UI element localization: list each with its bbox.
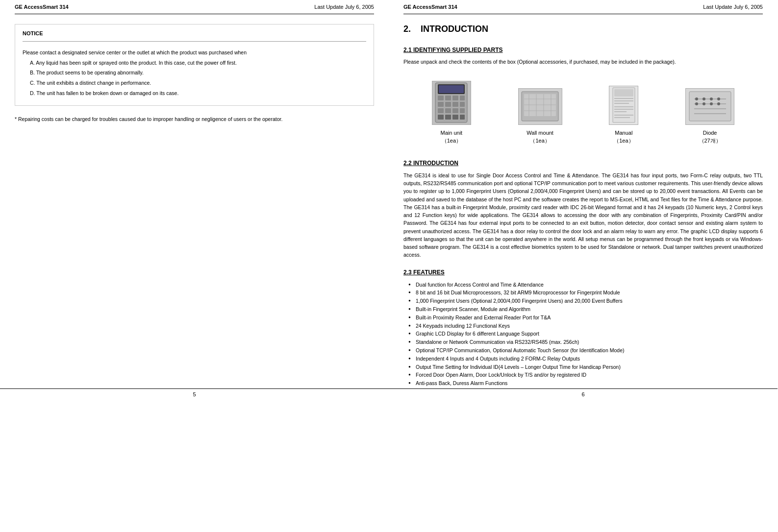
wall-mount-label: Wall mount （1ea） xyxy=(527,129,553,145)
svg-rect-37 xyxy=(614,117,630,118)
svg-rect-32 xyxy=(614,103,629,104)
section-number: 2. xyxy=(403,24,411,34)
feature-8: Optional TCP/IP Communication, Optional … xyxy=(408,346,763,355)
manual-qty: （1ea） xyxy=(614,137,633,145)
svg-rect-8 xyxy=(445,102,451,107)
svg-rect-18 xyxy=(460,115,465,120)
part-main-unit: Main unit （1ea） xyxy=(432,81,471,145)
left-date: Last Update July 6, 2005 xyxy=(314,4,374,10)
svg-rect-38 xyxy=(689,92,731,121)
notice-footer: * Repairing costs can be charged for tro… xyxy=(15,116,374,123)
notice-item-b: B. The product seems to be operating abn… xyxy=(23,69,366,76)
svg-rect-13 xyxy=(452,108,458,113)
left-header: GE AccessSmart 314 Last Update July 6, 2… xyxy=(15,0,374,14)
svg-rect-35 xyxy=(614,111,627,112)
svg-rect-11 xyxy=(438,108,444,113)
svg-rect-6 xyxy=(460,96,465,100)
features-list: Dual function for Access Control and Tim… xyxy=(403,281,763,387)
notice-title: NOTICE xyxy=(23,30,366,36)
svg-rect-15 xyxy=(438,115,444,120)
feature-6: Graphic LCD Display for 6 different Lang… xyxy=(408,330,763,338)
feature-11: Forced Door Open Alarm, Door Lock/Unlock… xyxy=(408,371,763,379)
feature-2: 1,000 Fingerprint Users (Optional 2,000/… xyxy=(408,297,763,305)
svg-point-49 xyxy=(710,102,713,105)
svg-point-44 xyxy=(703,97,705,100)
part-diode: Diode （27개） xyxy=(685,88,734,145)
feature-12: Anti-pass Back, Duress Alarm Functions xyxy=(408,379,763,387)
diode-svg xyxy=(687,89,733,123)
notice-item-d: D. The unit has fallen to be broken down… xyxy=(23,90,366,97)
page-right: GE AccessSmart 314 Last Update July 6, 2… xyxy=(389,0,778,402)
notice-item-c: C. The unit exhibits a distinct change i… xyxy=(23,79,366,87)
manual-name: Manual xyxy=(614,129,633,137)
feature-3: Built-in Fingerprint Scanner, Module and… xyxy=(408,305,763,314)
svg-rect-16 xyxy=(445,115,451,120)
svg-rect-12 xyxy=(445,108,451,113)
wall-mount-svg xyxy=(519,89,561,123)
main-unit-svg xyxy=(433,82,470,123)
subsection-21-intro: Please unpack and check the contents of … xyxy=(403,58,763,66)
notice-divider xyxy=(23,41,366,42)
left-brand: GE AccessSmart 314 xyxy=(15,4,69,10)
manual-image xyxy=(609,86,638,125)
main-unit-image xyxy=(432,81,471,125)
right-header: GE AccessSmart 314 Last Update July 6, 2… xyxy=(403,0,763,14)
feature-1: 8 bit and 16 bit Dual Microprocessors, 3… xyxy=(408,289,763,297)
svg-rect-34 xyxy=(614,109,633,110)
right-page-number: 6 xyxy=(581,391,584,397)
svg-rect-17 xyxy=(452,115,458,120)
notice-content: Please contact a designated service cent… xyxy=(23,49,366,97)
subsection-22-title: 2.2 INTRODUCTION xyxy=(403,160,763,167)
diode-image xyxy=(685,88,734,125)
parts-grid: Main unit （1ea） xyxy=(403,76,763,150)
svg-rect-30 xyxy=(614,98,633,99)
svg-rect-10 xyxy=(460,102,465,107)
subsection-23-title: 2.3 FEATURES xyxy=(403,269,763,276)
feature-0: Dual function for Access Control and Tim… xyxy=(408,281,763,289)
diode-qty: （27개） xyxy=(699,137,721,145)
main-unit-name: Main unit xyxy=(441,129,463,137)
subsection-21-title: 2.1 IDENTIFYING SUPPLIED PARTS xyxy=(403,47,763,53)
svg-rect-3 xyxy=(438,96,444,100)
page-left: GE AccessSmart 314 Last Update July 6, 2… xyxy=(0,0,389,402)
left-page-number: 5 xyxy=(193,391,196,397)
svg-rect-29 xyxy=(614,89,633,97)
part-wall-mount: Wall mount （1ea） xyxy=(518,88,562,145)
left-footer: 5 xyxy=(0,388,389,397)
svg-rect-5 xyxy=(452,96,458,100)
svg-rect-7 xyxy=(438,102,444,107)
manual-label: Manual （1ea） xyxy=(614,129,633,145)
part-manual: Manual （1ea） xyxy=(609,86,638,145)
notice-item-a: A. Any liquid has been spilt or sprayed … xyxy=(23,59,366,67)
feature-4: Built-in Proximity Reader and External R… xyxy=(408,314,763,322)
right-date: Last Update July 6, 2005 xyxy=(703,4,763,10)
svg-rect-4 xyxy=(445,96,451,100)
feature-5: 24 Keypads including 12 Functional Keys xyxy=(408,322,763,330)
main-unit-label: Main unit （1ea） xyxy=(441,129,463,145)
feature-10: Output Time Setting for Individual ID(4 … xyxy=(408,363,763,371)
wall-mount-image xyxy=(518,88,562,125)
wall-mount-qty: （1ea） xyxy=(527,137,553,145)
svg-point-50 xyxy=(717,102,720,105)
wall-mount-name: Wall mount xyxy=(527,129,553,137)
diode-name: Diode xyxy=(699,129,721,137)
right-footer: 6 xyxy=(389,388,778,397)
svg-point-45 xyxy=(710,97,713,100)
main-unit-qty: （1ea） xyxy=(441,137,463,145)
svg-rect-36 xyxy=(614,115,633,116)
manual-svg xyxy=(610,87,637,123)
svg-point-47 xyxy=(695,102,698,105)
diode-label: Diode （27개） xyxy=(699,129,721,145)
svg-point-43 xyxy=(695,97,698,100)
svg-point-46 xyxy=(717,97,720,100)
svg-point-48 xyxy=(703,102,705,105)
svg-rect-33 xyxy=(614,106,633,107)
feature-7: Standalone or Network Communication via … xyxy=(408,338,763,346)
subsection-22-body: The GE314 is ideal to use for Single Doo… xyxy=(403,171,763,259)
section-heading: INTRODUCTION xyxy=(421,24,488,34)
notice-intro: Please contact a designated service cent… xyxy=(23,49,366,56)
feature-9: Independent 4 Inputs and 4 Outputs inclu… xyxy=(408,355,763,363)
notice-box: NOTICE Please contact a designated servi… xyxy=(15,24,374,106)
section-title: 2. INTRODUCTION xyxy=(403,24,763,37)
svg-rect-9 xyxy=(452,102,458,107)
